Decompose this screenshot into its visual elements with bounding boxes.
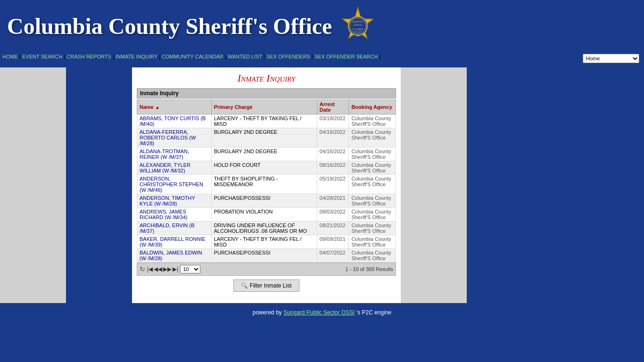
last-page-btn[interactable]: ▶| [173, 266, 178, 272]
svg-text:SHERIFF'S: SHERIFF'S [352, 20, 364, 23]
nav-inmate-inquiry[interactable]: INMATE INQUIRY [116, 54, 157, 59]
nav-bar: HOME | EVENT SEARCH | CRASH REPORTS | IN… [0, 52, 644, 65]
sort-arrow: ▲ [155, 105, 160, 110]
cell-booking-agency: Columbia County Sheriff'S Office [349, 128, 396, 148]
col-arrest-date: Arrest Date [317, 100, 349, 115]
nav-wanted-list[interactable]: WANTED LIST [228, 54, 262, 59]
cell-name[interactable]: ANDERSON, TIMOTHY KYLE (W /M/28) [137, 194, 212, 208]
cell-arrest-date: 09/09/2021 [317, 235, 349, 249]
refresh-icon[interactable]: ↻ [140, 265, 145, 273]
table-row: ABRAMS, TONY CURTIS (B /M/40)LARCENY - T… [137, 115, 396, 128]
cell-booking-agency: Columbia County Sheriff'S Office [349, 208, 396, 222]
home-dropdown-container: Home [583, 54, 639, 63]
cell-name[interactable]: ABRAMS, TONY CURTIS (B /M/40) [137, 115, 212, 128]
per-page-select[interactable]: 10 25 50 100 [180, 265, 200, 273]
footer-link[interactable]: Sungard Public Sector OSSI [283, 309, 355, 316]
right-panel [401, 67, 467, 303]
cell-booking-agency: Columbia County Sheriff'S Office [349, 249, 396, 263]
cell-name[interactable]: ALDANA-FERERRA, ROBERTO CARLOS (W /M/28) [137, 128, 212, 148]
nav-community-calendar[interactable]: COMMUNITY CALENDAR [162, 54, 223, 59]
cell-arrest-date: 08/03/2022 [317, 208, 349, 222]
table-row: ANDREWS, JAMES RICHARD (W /M/34)PROBATIO… [137, 208, 396, 222]
svg-text:OFFICE: OFFICE [354, 24, 363, 26]
prev-page-btn[interactable]: ◀◀ [154, 266, 162, 272]
left-panel [0, 67, 66, 303]
results-text: 1 - 10 of 300 Results [345, 266, 393, 272]
cell-charge: BURGLARY 2ND DEGREE [211, 148, 317, 161]
sheriff-badge: SHERIFF'S OFFICE COLUMBIA COUNTY GA [337, 5, 379, 47]
cell-name[interactable]: ANDERSON, CHRISTOPHER STEPHEN (W /M/46) [137, 175, 212, 194]
section-header: Inmate Inquiry [137, 88, 396, 99]
header: Columbia County Sheriff's Office SHERIFF… [0, 0, 644, 52]
table-row: ANDERSON, CHRISTOPHER STEPHEN (W /M/46)T… [137, 175, 396, 194]
page-nav: |◀ ◀◀ ▶▶ ▶| [147, 266, 178, 272]
site-title: Columbia County Sheriff's Office [7, 13, 332, 39]
svg-text:COLUMBIA: COLUMBIA [353, 28, 364, 31]
table-row: BAKER, DARRELL RONNIE (W /M/39)LARCENY -… [137, 235, 396, 249]
cell-arrest-date: 04/07/2022 [317, 249, 349, 263]
footer-suffix: 's P2C engine [355, 309, 392, 316]
table-row: ALDANA-FERERRA, ROBERTO CARLOS (W /M/28)… [137, 128, 396, 148]
cell-arrest-date: 08/21/2022 [317, 222, 349, 235]
cell-charge: PROBATION VIOLATION [211, 208, 317, 222]
cell-name[interactable]: ALDANA-TROTMAN, REINER (W /M/37) [137, 148, 212, 161]
cell-arrest-date: 04/16/2022 [317, 128, 349, 148]
cell-charge: LARCENY - THEFT BY TAKING FEL / MISD [211, 115, 317, 128]
table-row: ALEXANDER, TYLER WILLIAM (W /M/32)HOLD F… [137, 161, 396, 175]
table-row: ANDERSON, TIMOTHY KYLE (W /M/28)PURCHASE… [137, 194, 396, 208]
pagination-bar: ↻ |◀ ◀◀ ▶▶ ▶| 10 25 50 100 1 - 10 of 300… [137, 263, 396, 276]
col-primary-charge: Primary Charge [211, 100, 317, 115]
cell-charge: BURGLARY 2ND DEGREE [211, 128, 317, 148]
cell-booking-agency: Columbia County Sheriff'S Office [349, 194, 396, 208]
cell-charge: THEFT BY SHOPLIFTING - MISDEMEANOR [211, 175, 317, 194]
table-header-row: Name ▲ Primary Charge Arrest Date Bookin… [137, 100, 396, 115]
cell-booking-agency: Columbia County Sheriff'S Office [349, 115, 396, 128]
cell-arrest-date: 08/16/2022 [317, 161, 349, 175]
cell-name[interactable]: ALEXANDER, TYLER WILLIAM (W /M/32) [137, 161, 212, 175]
nav-links: HOME | EVENT SEARCH | CRASH REPORTS | IN… [2, 54, 380, 59]
page-title: Inmate Inquiry [137, 72, 396, 84]
cell-arrest-date: 03/18/2022 [317, 115, 349, 128]
table-row: ALDANA-TROTMAN, REINER (W /M/37)BURGLARY… [137, 148, 396, 161]
cell-arrest-date: 05/19/2022 [317, 175, 349, 194]
cell-name[interactable]: ANDREWS, JAMES RICHARD (W /M/34) [137, 208, 212, 222]
nav-crash-reports[interactable]: CRASH REPORTS [66, 54, 111, 59]
cell-name[interactable]: ARCHIBALD, ERVIN (B /M/37) [137, 222, 212, 235]
nav-sex-offender-search[interactable]: SEX OFFENDER SEARCH [314, 54, 378, 59]
cell-arrest-date: 04/16/2022 [317, 148, 349, 161]
cell-booking-agency: Columbia County Sheriff'S Office [349, 148, 396, 161]
footer-text: powered by [253, 309, 283, 316]
cell-name[interactable]: BAKER, DARRELL RONNIE (W /M/39) [137, 235, 212, 249]
cell-charge: DRIVING UNDER INFLUENCE OF ALCOHOL/DRUGS… [211, 222, 317, 235]
cell-name[interactable]: BALDWIN, JAMES EDWIN (W /M/28) [137, 249, 212, 263]
nav-event-search[interactable]: EVENT SEARCH [22, 54, 62, 59]
filter-btn-container: 🔍 Filter Inmate List [137, 280, 396, 292]
center-panel: Inmate Inquiry Inmate Inquiry Name ▲ Pri… [132, 67, 401, 303]
filter-inmate-list-button[interactable]: 🔍 Filter Inmate List [233, 280, 299, 292]
svg-text:GA: GA [356, 34, 360, 37]
cell-booking-agency: Columbia County Sheriff'S Office [349, 222, 396, 235]
cell-booking-agency: Columbia County Sheriff'S Office [349, 175, 396, 194]
inmate-table-body: ABRAMS, TONY CURTIS (B /M/40)LARCENY - T… [137, 115, 396, 263]
col-name[interactable]: Name ▲ [137, 100, 212, 115]
next-page-btn[interactable]: ▶▶ [163, 266, 172, 272]
home-dropdown[interactable]: Home [583, 54, 639, 63]
cell-booking-agency: Columbia County Sheriff'S Office [349, 161, 396, 175]
cell-charge: HOLD FOR COURT [211, 161, 317, 175]
nav-home[interactable]: HOME [2, 54, 18, 59]
nav-sex-offenders[interactable]: SEX OFFENDERS [266, 54, 310, 59]
table-row: ARCHIBALD, ERVIN (B /M/37)DRIVING UNDER … [137, 222, 396, 235]
cell-charge: PURCHASE/POSSESSI [211, 194, 317, 208]
table-row: BALDWIN, JAMES EDWIN (W /M/28)PURCHASE/P… [137, 249, 396, 263]
main-content: Inmate Inquiry Inmate Inquiry Name ▲ Pri… [0, 67, 644, 303]
svg-text:COUNTY: COUNTY [354, 31, 363, 33]
inmate-table: Name ▲ Primary Charge Arrest Date Bookin… [137, 99, 396, 263]
cell-arrest-date: 04/28/2021 [317, 194, 349, 208]
cell-charge: PURCHASE/POSSESSI [211, 249, 317, 263]
col-booking-agency: Booking Agency [349, 100, 396, 115]
first-page-btn[interactable]: |◀ [147, 266, 153, 272]
cell-charge: LARCENY - THEFT BY TAKING FEL / MISD [211, 235, 317, 249]
cell-booking-agency: Columbia County Sheriff'S Office [349, 235, 396, 249]
footer: powered by Sungard Public Sector OSSI 's… [0, 305, 644, 320]
